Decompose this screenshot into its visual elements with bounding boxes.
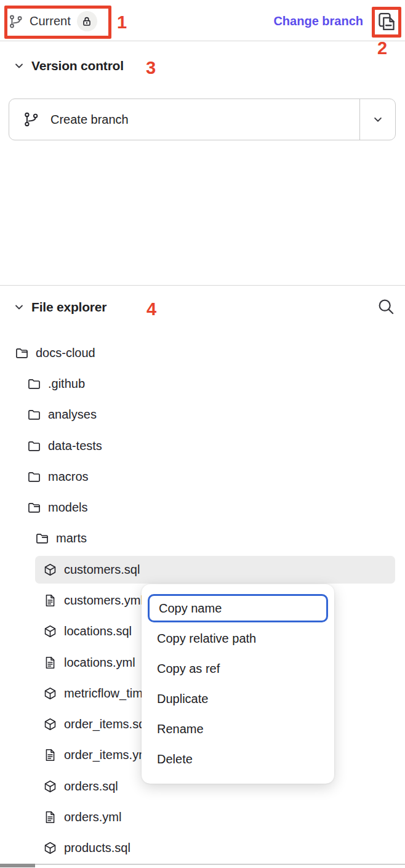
context-menu: Copy nameCopy relative pathCopy as refDu… [142, 584, 334, 784]
create-branch-button[interactable]: Create branch [9, 98, 396, 140]
annotation-number-3: 3 [146, 59, 156, 77]
annotation-number-4: 4 [146, 300, 156, 318]
git-branch-icon [9, 14, 23, 29]
branch-lock-badge [77, 11, 97, 31]
file-icon [43, 810, 57, 824]
model-icon [43, 624, 57, 638]
current-branch-button[interactable]: Current [9, 11, 97, 31]
tree-item-label: customers.yml [64, 593, 143, 608]
tree-item-label: .github [48, 377, 85, 391]
folder-icon [27, 439, 41, 453]
tree-item-label: locations.sql [64, 624, 132, 638]
file-explorer-title: File explorer [31, 300, 106, 315]
tree-item-label: order_items.sql [64, 717, 148, 731]
tree-item-models[interactable]: models [0, 492, 405, 523]
version-control-header[interactable]: Version control [12, 58, 124, 73]
model-icon [43, 841, 57, 855]
menu-item-delete[interactable]: Delete [148, 745, 328, 773]
tree-item-label: order_items.yml [64, 748, 151, 762]
ide-sidebar: Current Change branch 1 2 3 4 [0, 0, 405, 868]
annotation-number-2: 2 [377, 39, 387, 57]
folder-icon [27, 470, 41, 484]
menu-item-rename[interactable]: Rename [148, 715, 328, 743]
lock-icon [81, 16, 92, 27]
menu-item-copy-relative-path[interactable]: Copy relative path [148, 624, 328, 653]
bottom-divider [0, 864, 405, 865]
tree-item-label: products.sql [64, 841, 130, 855]
menu-item-duplicate[interactable]: Duplicate [148, 685, 328, 713]
tree-item--github[interactable]: .github [0, 368, 405, 399]
tree-item-products-sql[interactable]: products.sql [0, 833, 405, 864]
model-icon [43, 717, 57, 731]
tree-item-label: marts [56, 531, 87, 545]
topbar-divider [0, 41, 405, 41]
annotation-number-1: 1 [117, 14, 127, 31]
tree-item-orders-yml[interactable]: orders.yml [0, 802, 405, 832]
create-branch-dropdown-toggle[interactable] [359, 99, 395, 140]
tree-item-label: customers.sql [64, 563, 140, 577]
chevron-down-icon [12, 300, 26, 314]
file-icon [43, 593, 57, 608]
version-control-title: Version control [31, 58, 124, 73]
folder-icon [27, 377, 41, 391]
tree-item-analyses[interactable]: analyses [0, 400, 405, 430]
change-branch-link[interactable]: Change branch [273, 14, 363, 28]
file-icon [43, 748, 57, 762]
tree-item-marts[interactable]: marts [0, 523, 405, 554]
chevron-down-icon [12, 59, 26, 73]
folder-open-icon [15, 346, 29, 360]
folder-open-icon [27, 500, 41, 515]
tree-item-label: orders.sql [64, 779, 118, 794]
model-icon [43, 563, 57, 577]
git-branch-icon [23, 111, 39, 127]
scrollbar-corner[interactable] [0, 864, 35, 867]
tree-item-label: orders.yml [64, 810, 121, 824]
menu-item-copy-name[interactable]: Copy name [148, 594, 328, 622]
tree-item-customers-sql[interactable]: customers.sql [35, 556, 395, 584]
tree-item-label: macros [48, 470, 89, 484]
folder-icon [27, 408, 41, 422]
tree-item-macros[interactable]: macros [0, 461, 405, 492]
menu-item-copy-as-ref[interactable]: Copy as ref [148, 654, 328, 683]
current-branch-label: Current [30, 14, 71, 28]
file-explorer-header[interactable]: File explorer [12, 300, 106, 315]
tree-item-label: data-tests [48, 439, 102, 453]
search-icon[interactable] [377, 297, 396, 316]
tree-item-label: docs-cloud [36, 346, 95, 360]
file-icon [43, 656, 57, 670]
section-divider [0, 285, 405, 286]
folder-open-icon [35, 531, 49, 545]
copy-icon[interactable] [375, 10, 398, 33]
create-branch-label: Create branch [50, 113, 129, 127]
tree-item-data-tests[interactable]: data-tests [0, 430, 405, 461]
model-icon [43, 779, 57, 794]
tree-item-label: locations.yml [64, 656, 135, 670]
tree-item-label: models [48, 500, 87, 515]
model-icon [43, 686, 57, 701]
create-branch-main[interactable]: Create branch [9, 99, 359, 140]
chevron-down-icon [371, 112, 385, 127]
tree-item-label: analyses [48, 408, 97, 422]
tree-item-docs-cloud[interactable]: docs-cloud [0, 337, 405, 368]
